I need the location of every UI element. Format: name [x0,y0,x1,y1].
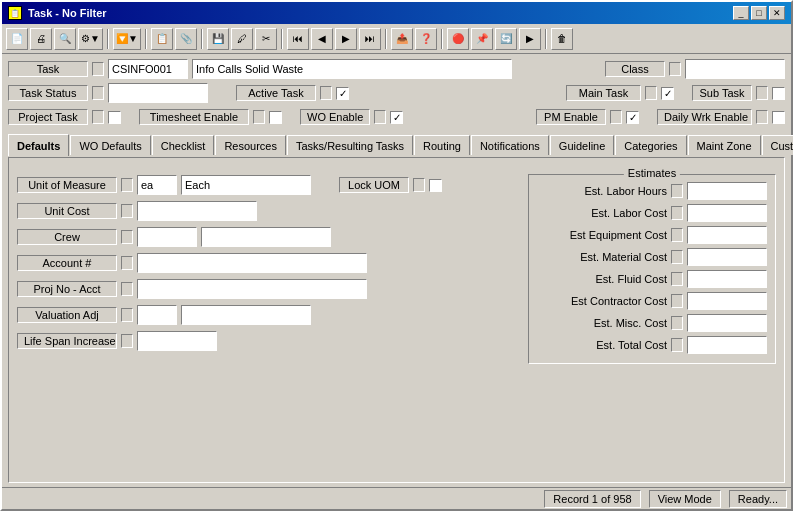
save-button[interactable]: 💾 [207,28,229,50]
task-code-input[interactable] [108,59,188,79]
uom-indicator [121,178,133,192]
unit-cost-label: Unit Cost [17,203,117,219]
est-fluid-cost-input[interactable] [687,270,767,288]
tab-tasks-resulting[interactable]: Tasks/Resulting Tasks [287,135,413,155]
est-total-cost-input[interactable] [687,336,767,354]
task-status-input[interactable] [108,83,208,103]
maximize-button[interactable]: □ [751,6,767,20]
est-misc-cost-input[interactable] [687,314,767,332]
timesheet-checkbox[interactable] [269,111,282,124]
est-labor-cost-input[interactable] [687,204,767,222]
timesheet-indicator [253,110,265,124]
cut-button[interactable]: ✂ [255,28,277,50]
tab-checklist[interactable]: Checklist [152,135,215,155]
tab-notifications[interactable]: Notifications [471,135,549,155]
toolbar: 📄 🖨 🔍 ⚙▼ 🔽▼ 📋 📎 💾 🖊 ✂ ⏮ ◀ ▶ ⏭ 📤 ❓ 🔴 📌 🔄 … [2,24,791,54]
active-task-checkbox[interactable] [336,87,349,100]
run-button[interactable]: ▶ [519,28,541,50]
proj-no-label: Proj No - Acct [17,281,117,297]
crew-desc-input[interactable] [201,227,331,247]
tools-dropdown[interactable]: ⚙▼ [78,28,103,50]
valuation-desc-input[interactable] [181,305,311,325]
tab-guideline[interactable]: Guideline [550,135,614,155]
proj-no-indicator [121,282,133,296]
filter-dropdown[interactable]: 🔽▼ [113,28,141,50]
timesheet-label: Timesheet Enable [139,109,249,125]
help-button[interactable]: ❓ [415,28,437,50]
tab-custom[interactable]: Custom [762,135,793,155]
pm-enable-checkbox[interactable] [626,111,639,124]
form-left: Unit of Measure Lock UOM Unit Cost [17,174,512,364]
export-button[interactable]: 📤 [391,28,413,50]
proj-no-input[interactable] [137,279,367,299]
attach-button[interactable]: 📎 [175,28,197,50]
first-button[interactable]: ⏮ [287,28,309,50]
unit-cost-indicator [121,204,133,218]
sep6 [441,29,443,49]
sub-task-checkbox[interactable] [772,87,785,100]
lock-uom-checkbox[interactable] [429,179,442,192]
title-bar: 📋 Task - No Filter _ □ ✕ [2,2,791,24]
est-equip-cost-input[interactable] [687,226,767,244]
tab-routing[interactable]: Routing [414,135,470,155]
task-status-indicator [92,86,104,100]
refresh-button[interactable]: 🔄 [495,28,517,50]
window-title: Task - No Filter [28,7,107,19]
title-bar-left: 📋 Task - No Filter [8,6,107,20]
life-span-input[interactable] [137,331,217,351]
est-fluid-cost-row: Est. Fluid Cost [537,269,767,289]
delete-button[interactable]: 🗑 [551,28,573,50]
search-button[interactable]: 🔍 [54,28,76,50]
est-labor-hours-input[interactable] [687,182,767,200]
print-button[interactable]: 🖨 [30,28,52,50]
est-tc-indicator [671,338,683,352]
project-task-checkbox[interactable] [108,111,121,124]
est-fluid-cost-label: Est. Fluid Cost [537,273,667,285]
sep1 [107,29,109,49]
uom-label: Unit of Measure [17,177,117,193]
active-task-label: Active Task [236,85,316,101]
valuation-code-input[interactable] [137,305,177,325]
estimates-legend: Estimates [624,167,680,179]
wo-enable-label: WO Enable [300,109,370,125]
est-contractor-cost-label: Est Contractor Cost [537,295,667,307]
tab-maint-zone[interactable]: Maint Zone [688,135,761,155]
prev-button[interactable]: ◀ [311,28,333,50]
account-label: Account # [17,255,117,271]
est-total-cost-row: Est. Total Cost [537,335,767,355]
wo-enable-indicator [374,110,386,124]
project-task-indicator [92,110,104,124]
est-misc-cost-label: Est. Misc. Cost [537,317,667,329]
est-fc-indicator [671,272,683,286]
last-button[interactable]: ⏭ [359,28,381,50]
view-button[interactable]: 📋 [151,28,173,50]
edit-button[interactable]: 🖊 [231,28,253,50]
daily-wrk-checkbox[interactable] [772,111,785,124]
class-input[interactable] [685,59,785,79]
main-task-label: Main Task [566,85,641,101]
sep4 [281,29,283,49]
tab-resources[interactable]: Resources [215,135,286,155]
next-button[interactable]: ▶ [335,28,357,50]
unit-cost-input[interactable] [137,201,257,221]
est-contractor-cost-input[interactable] [687,292,767,310]
uom-code-input[interactable] [137,175,177,195]
est-misc-indicator [671,316,683,330]
red-button[interactable]: 🔴 [447,28,469,50]
task-label: Task [8,61,88,77]
tab-wo-defaults[interactable]: WO Defaults [70,135,150,155]
crew-code-input[interactable] [137,227,197,247]
new-button[interactable]: 📄 [6,28,28,50]
close-button[interactable]: ✕ [769,6,785,20]
status-indicator: Ready... [729,490,787,508]
tab-categories[interactable]: Categories [615,135,686,155]
tab-defaults[interactable]: Defaults [8,134,69,156]
account-input[interactable] [137,253,367,273]
minimize-button[interactable]: _ [733,6,749,20]
pin-button[interactable]: 📌 [471,28,493,50]
wo-enable-checkbox[interactable] [390,111,403,124]
task-desc-input[interactable] [192,59,512,79]
uom-desc-input[interactable] [181,175,311,195]
main-task-checkbox[interactable] [661,87,674,100]
est-material-cost-input[interactable] [687,248,767,266]
